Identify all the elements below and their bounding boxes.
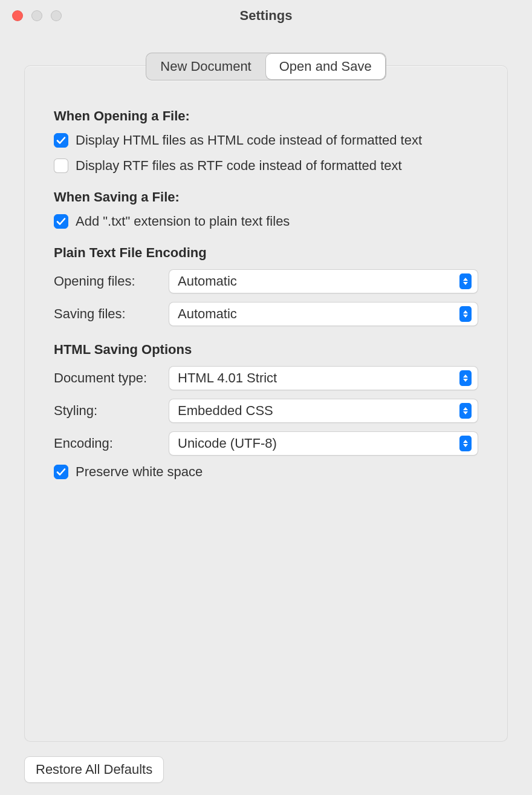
row-add-txt-ext: Add ".txt" extension to plain text files — [54, 214, 478, 229]
label-styling: Styling: — [54, 403, 160, 419]
select-styling-value: Embedded CSS — [178, 403, 273, 419]
select-saving-encoding-value: Automatic — [178, 306, 237, 322]
label-preserve-whitespace: Preserve white space — [76, 464, 203, 480]
row-html-encoding: Encoding: Unicode (UTF-8) — [54, 431, 478, 456]
label-display-html-code: Display HTML files as HTML code instead … — [76, 132, 422, 148]
select-styling[interactable]: Embedded CSS — [169, 399, 478, 423]
html-saving-heading: HTML Saving Options — [54, 342, 478, 358]
select-html-encoding-value: Unicode (UTF-8) — [178, 436, 277, 451]
minimize-window-button[interactable] — [31, 10, 42, 21]
settings-panel: New Document Open and Save When Opening … — [24, 65, 508, 742]
select-opening-encoding[interactable]: Automatic — [169, 269, 478, 293]
restore-defaults-button[interactable]: Restore All Defaults — [24, 756, 164, 783]
updown-icon — [459, 403, 472, 419]
label-add-txt-ext: Add ".txt" extension to plain text files — [76, 214, 290, 229]
section-saving: When Saving a File: Add ".txt" extension… — [54, 189, 478, 229]
label-opening-encoding: Opening files: — [54, 273, 160, 289]
select-document-type-value: HTML 4.01 Strict — [178, 370, 277, 386]
window-title: Settings — [0, 8, 532, 24]
row-saving-encoding: Saving files: Automatic — [54, 302, 478, 326]
select-document-type[interactable]: HTML 4.01 Strict — [169, 366, 478, 390]
checkbox-preserve-whitespace[interactable] — [54, 465, 68, 479]
check-icon — [56, 136, 66, 145]
label-document-type: Document type: — [54, 370, 160, 386]
checkbox-display-rtf-code[interactable] — [54, 159, 68, 173]
updown-icon — [459, 436, 472, 451]
label-display-rtf-code: Display RTF files as RTF code instead of… — [76, 158, 402, 174]
section-html-saving: HTML Saving Options Document type: HTML … — [54, 342, 478, 480]
footer: Restore All Defaults — [24, 756, 164, 783]
titlebar: Settings — [0, 0, 532, 31]
opening-heading: When Opening a File: — [54, 108, 478, 124]
close-window-button[interactable] — [12, 10, 23, 21]
row-display-rtf-code: Display RTF files as RTF code instead of… — [54, 158, 478, 174]
section-plaintext-encoding: Plain Text File Encoding Opening files: … — [54, 245, 478, 326]
window-controls — [12, 10, 62, 21]
updown-icon — [459, 370, 472, 386]
plaintext-encoding-heading: Plain Text File Encoding — [54, 245, 478, 261]
section-opening: When Opening a File: Display HTML files … — [54, 108, 478, 174]
row-opening-encoding: Opening files: Automatic — [54, 269, 478, 293]
select-opening-encoding-value: Automatic — [178, 273, 237, 289]
label-saving-encoding: Saving files: — [54, 306, 160, 322]
check-icon — [56, 217, 66, 226]
select-saving-encoding[interactable]: Automatic — [169, 302, 478, 326]
checkbox-add-txt-ext[interactable] — [54, 214, 68, 229]
row-document-type: Document type: HTML 4.01 Strict — [54, 366, 478, 390]
tab-bar: New Document Open and Save — [146, 53, 386, 80]
label-html-encoding: Encoding: — [54, 436, 160, 451]
tab-new-document[interactable]: New Document — [147, 54, 264, 79]
select-html-encoding[interactable]: Unicode (UTF-8) — [169, 431, 478, 456]
maximize-window-button[interactable] — [51, 10, 62, 21]
updown-icon — [459, 273, 472, 289]
checkbox-display-html-code[interactable] — [54, 133, 68, 148]
updown-icon — [459, 306, 472, 322]
check-icon — [56, 467, 66, 477]
row-preserve-whitespace: Preserve white space — [54, 464, 478, 480]
row-styling: Styling: Embedded CSS — [54, 399, 478, 423]
tabs-wrap: New Document Open and Save — [25, 53, 507, 80]
saving-heading: When Saving a File: — [54, 189, 478, 205]
row-display-html-code: Display HTML files as HTML code instead … — [54, 132, 478, 148]
tab-open-and-save[interactable]: Open and Save — [266, 54, 385, 79]
